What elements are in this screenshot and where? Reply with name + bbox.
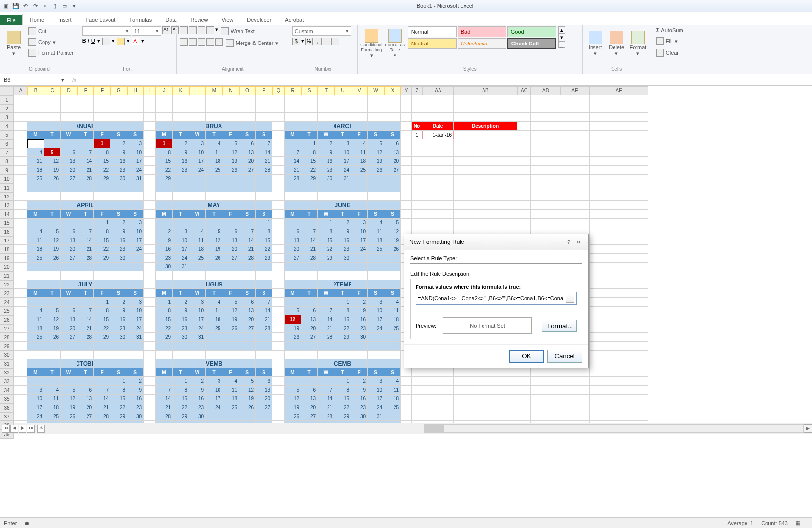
row-hdr-32[interactable]: 32 <box>0 368 14 377</box>
cell-C26[interactable]: 12 <box>44 315 61 324</box>
cell-H8[interactable]: 17 <box>127 157 144 166</box>
cell-M28[interactable] <box>206 333 222 342</box>
cell-C12[interactable] <box>44 192 61 201</box>
cell-K11[interactable] <box>173 183 189 192</box>
cell-U16[interactable]: 9 <box>334 227 351 236</box>
cell-T12[interactable] <box>318 192 334 201</box>
cell-N4[interactable] <box>222 122 239 131</box>
cell-R25[interactable]: 5 <box>285 307 301 315</box>
cell-G1[interactable] <box>110 95 127 104</box>
cell-P25[interactable]: 14 <box>256 307 272 315</box>
cell-F27[interactable]: 22 <box>94 324 110 333</box>
cell-C22[interactable] <box>44 280 61 289</box>
cell-Q10[interactable] <box>272 175 285 183</box>
col-hdr-J[interactable]: J <box>156 86 173 95</box>
cell-R32[interactable]: M <box>285 368 301 377</box>
cell-J5[interactable]: M <box>156 131 173 139</box>
cell-A38[interactable] <box>14 421 27 423</box>
cell-U38[interactable] <box>334 421 351 423</box>
cell-H13[interactable] <box>127 201 144 210</box>
cell-T26[interactable]: 14 <box>318 315 334 324</box>
cell-AE12[interactable] <box>560 192 590 201</box>
cell-L18[interactable]: 18 <box>189 245 206 254</box>
cell-I19[interactable] <box>144 254 156 263</box>
cell-P7[interactable]: 14 <box>256 148 272 157</box>
cell-D35[interactable]: 12 <box>61 395 77 403</box>
cell-U14[interactable]: T <box>334 210 351 219</box>
cell-Y35[interactable] <box>401 395 412 403</box>
cell-G21[interactable] <box>110 271 127 280</box>
cell-C10[interactable]: 26 <box>44 175 61 183</box>
cell-X26[interactable]: 18 <box>384 315 401 324</box>
cell-P19[interactable]: 29 <box>256 254 272 263</box>
cell-X34[interactable]: 11 <box>384 386 401 395</box>
undo-icon[interactable]: ↶ <box>22 2 29 10</box>
cell-N38[interactable] <box>222 421 239 423</box>
cell-O35[interactable]: 19 <box>239 395 256 403</box>
cell-U19[interactable]: 30 <box>334 254 351 263</box>
cell-AC10[interactable] <box>517 175 531 183</box>
cell-R15[interactable] <box>285 219 301 227</box>
cell-L17[interactable]: 11 <box>189 236 206 245</box>
format-cells-button[interactable]: Format▾ <box>628 26 648 61</box>
cell-A36[interactable] <box>14 403 27 412</box>
cell-S31[interactable] <box>301 359 318 368</box>
cell-B5[interactable]: M <box>27 131 44 139</box>
cell-P29[interactable] <box>256 342 272 351</box>
cell-M10[interactable] <box>206 175 222 183</box>
cell-L15[interactable] <box>189 219 206 227</box>
cell-D15[interactable] <box>61 219 77 227</box>
cell-S7[interactable]: 8 <box>301 148 318 157</box>
fx-icon[interactable]: fx <box>68 77 81 83</box>
cell-AC5[interactable] <box>517 131 531 139</box>
col-hdr-A[interactable]: A <box>14 86 27 95</box>
cell-O11[interactable] <box>239 183 256 192</box>
cell-U7[interactable]: 10 <box>334 148 351 157</box>
cell-P33[interactable]: 6 <box>256 377 272 386</box>
row-hdr-30[interactable]: 30 <box>0 351 14 359</box>
merge-center-button[interactable]: Merge & Center ▾ <box>224 38 281 48</box>
cell-G5[interactable]: S <box>110 131 127 139</box>
cell-D6[interactable] <box>61 139 77 148</box>
cell-U2[interactable] <box>334 104 351 113</box>
cell-T38[interactable] <box>318 421 334 423</box>
cell-AA37[interactable] <box>422 412 454 421</box>
cell-A8[interactable] <box>14 157 27 166</box>
col-hdr-F[interactable]: F <box>94 86 110 95</box>
cell-AF35[interactable] <box>590 395 648 403</box>
cell-S1[interactable] <box>301 95 318 104</box>
cell-X21[interactable] <box>384 271 401 280</box>
cell-D24[interactable] <box>61 298 77 307</box>
cell-X3[interactable] <box>384 113 401 122</box>
cell-AF30[interactable] <box>590 351 648 359</box>
cell-Q17[interactable] <box>272 236 285 245</box>
row-hdr-37[interactable]: 37 <box>0 412 14 421</box>
cell-P3[interactable] <box>256 113 272 122</box>
cell-T7[interactable]: 9 <box>318 148 334 157</box>
col-hdr-S[interactable]: S <box>301 86 318 95</box>
cell-AB7[interactable] <box>454 148 517 157</box>
cell-D33[interactable] <box>61 377 77 386</box>
cell-S32[interactable]: T <box>301 368 318 377</box>
cell-H32[interactable]: S <box>127 368 144 377</box>
cell-K5[interactable]: T <box>173 131 189 139</box>
row-hdr-7[interactable]: 7 <box>0 148 14 157</box>
cell-AA14[interactable] <box>422 210 454 219</box>
cell-T17[interactable]: 15 <box>318 236 334 245</box>
cell-C33[interactable] <box>44 377 61 386</box>
cell-R38[interactable] <box>285 421 301 423</box>
cell-Q24[interactable] <box>272 298 285 307</box>
cell-F2[interactable] <box>94 104 110 113</box>
view-normal-icon[interactable]: ▦ <box>795 520 800 526</box>
cell-AF7[interactable] <box>590 148 648 157</box>
cell-AA6[interactable] <box>422 139 454 148</box>
cell-AD4[interactable] <box>531 122 560 131</box>
cell-M34[interactable]: 10 <box>206 386 222 395</box>
cell-L32[interactable]: W <box>189 368 206 377</box>
tab-developer[interactable]: Developer <box>240 14 278 25</box>
cell-Y10[interactable] <box>401 175 412 183</box>
cell-J21[interactable] <box>156 271 173 280</box>
cell-W3[interactable] <box>368 113 384 122</box>
cell-Z10[interactable] <box>412 175 422 183</box>
cell-Z32[interactable] <box>412 368 422 377</box>
